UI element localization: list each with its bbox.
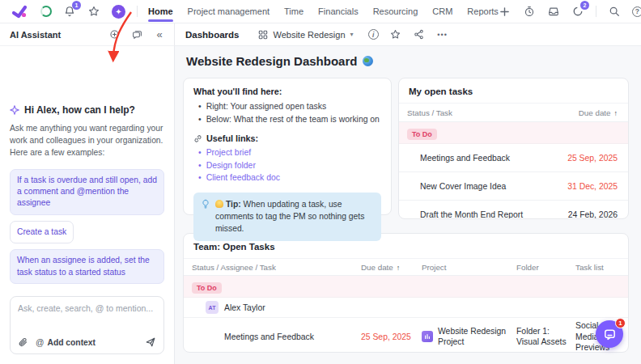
my-open-tasks-card: My open tasks Status / Task Due date↑ To… [398, 78, 629, 219]
info-bullet: Below: What the rest of the team is work… [198, 113, 381, 126]
assistant-panel-title: AI Assistant [10, 30, 61, 40]
assignee-name: Alex Taylor [224, 303, 265, 312]
col-project[interactable]: Project [422, 263, 516, 272]
col-due-date[interactable]: Due date↑ [361, 263, 422, 272]
sort-ascending-icon: ↑ [614, 109, 618, 117]
useful-link-item: Client feedback doc [198, 171, 381, 184]
help-icon[interactable]: ? [632, 6, 641, 17]
favorites-star-icon[interactable] [87, 5, 100, 18]
nav-tab-project-management[interactable]: Project management [188, 1, 270, 23]
due-date: 24 Feb, 2026 [543, 210, 618, 219]
task-row[interactable]: Meetings and Feedback 25 Sep, 2025 Websi… [184, 318, 628, 353]
task-name[interactable]: New Cover Image Idea [420, 182, 543, 191]
todo-status-badge: To Do [192, 282, 222, 294]
agents-icon[interactable]: 2 [571, 5, 584, 18]
assistant-intro: Ask me anything you want regarding your … [10, 123, 164, 159]
col-status-task[interactable]: Status / Task [407, 108, 543, 117]
nav-tab-crm[interactable]: CRM [432, 1, 452, 23]
suggestion-chip[interactable]: When an assignee is added, set the task … [10, 249, 164, 284]
more-options-icon[interactable]: ••• [436, 28, 449, 41]
assistant-panel-header: AI Assistant « [0, 23, 175, 46]
status-group-row[interactable]: To Do [184, 276, 628, 298]
lightbulb-icon [201, 199, 210, 235]
chevron-down-icon: ▾ [350, 31, 354, 38]
dashboard-header: Dashboards Website Redesign ▾ i ••• [175, 23, 641, 46]
inbox-tray-icon[interactable] [547, 5, 560, 18]
dashboard-selector[interactable]: Website Redesign ▾ [258, 30, 353, 40]
folder-name: Folder 1: Visual Assets [516, 326, 575, 348]
breadcrumb[interactable]: Dashboards [185, 30, 239, 40]
info-heading: What you'll find here: [193, 87, 381, 96]
my-open-tasks-title: My open tasks [399, 78, 628, 103]
task-name[interactable]: Meetings and Feedback [184, 332, 361, 341]
search-icon[interactable] [608, 5, 621, 18]
topbar-divider [137, 6, 138, 17]
favorite-dashboard-star-icon[interactable] [389, 28, 402, 41]
quick-add-plus-icon[interactable] [499, 5, 512, 18]
task-row[interactable]: Meetings and Feedback 25 Sep, 2025 [399, 144, 628, 172]
task-row[interactable]: New Cover Image Idea 31 Dec, 2025 [399, 172, 628, 201]
nav-tab-time[interactable]: Time [284, 1, 304, 23]
assistant-greeting: Hi Alex, how can I help? [10, 104, 164, 116]
add-context-button[interactable]: @ Add context [36, 338, 96, 347]
task-name[interactable]: Meetings and Feedback [420, 154, 543, 163]
globe-emoji-icon [363, 56, 373, 66]
project-name: Website Redesign Project [438, 326, 516, 348]
link-design-folder[interactable]: Design folder [206, 159, 256, 172]
share-icon[interactable] [413, 28, 426, 41]
ai-assistant-toggle-button[interactable]: ✦ [112, 5, 125, 19]
chat-history-icon[interactable] [130, 28, 143, 41]
status-group-row[interactable]: To Do [399, 122, 628, 144]
link-icon [193, 134, 202, 143]
attach-paperclip-icon[interactable] [18, 337, 28, 348]
tip-label: Tip: [226, 200, 241, 209]
send-icon[interactable] [145, 336, 156, 348]
assistant-input-box: @ Add context [10, 296, 164, 354]
collapse-panel-icon[interactable]: « [153, 28, 166, 41]
dashboard-main: Website Redesign Dashboard What you'll f… [175, 46, 641, 364]
task-name[interactable]: Draft the Month End Report [420, 210, 543, 219]
new-chat-icon[interactable] [108, 28, 121, 41]
greeting-text: Hi Alex, how can I help? [24, 104, 135, 116]
col-due-date[interactable]: Due date↑ [543, 108, 618, 117]
dashboard-grid-icon [258, 30, 268, 40]
link-client-feedback-doc[interactable]: Client feedback doc [206, 171, 280, 184]
assignee-avatar: AT [206, 301, 219, 314]
assistant-input[interactable] [18, 303, 156, 326]
nav-tab-reports[interactable]: Reports [467, 1, 499, 23]
time-tracker-icon[interactable] [523, 5, 536, 18]
clickup-logo-icon[interactable] [11, 4, 29, 19]
top-bar: 1 ✦ Home Project management Time Financi… [0, 0, 641, 23]
my-tasks-header-row: Status / Task Due date↑ [399, 103, 628, 122]
nav-tab-home[interactable]: Home [148, 1, 173, 23]
lightbulb-emoji-icon [215, 200, 223, 208]
task-row[interactable]: Draft the Month End Report 24 Feb, 2026 [399, 201, 628, 219]
nav-tab-resourcing[interactable]: Resourcing [373, 1, 418, 23]
team-open-tasks-card: Team: Open Tasks Status / Assignee / Tas… [183, 233, 629, 353]
tip-callout: Tip: When updating a task, use comments … [193, 193, 381, 241]
col-status-assignee-task[interactable]: Status / Assignee / Task [184, 263, 361, 272]
agents-badge: 2 [580, 1, 589, 10]
project-cell[interactable]: Website Redesign Project [422, 326, 516, 348]
info-card: What you'll find here: Right: Your assig… [183, 78, 392, 215]
due-date: 25 Sep, 2025 [543, 154, 618, 163]
useful-link-item: Design folder [198, 159, 381, 172]
chat-widget-button[interactable]: 1 [596, 320, 623, 348]
ai-assistant-panel: Hi Alex, how can I help? Ask me anything… [0, 46, 175, 364]
suggestion-chip[interactable]: Create a task [10, 221, 74, 243]
notifications-bell-icon[interactable]: 1 [63, 5, 76, 18]
at-icon: @ [36, 338, 44, 347]
info-icon[interactable]: i [368, 29, 379, 40]
dashboard-name: Website Redesign [273, 30, 345, 40]
todo-status-badge: To Do [407, 129, 437, 140]
link-project-brief[interactable]: Project brief [206, 146, 251, 159]
nav-tab-financials[interactable]: Financials [318, 1, 359, 23]
col-folder[interactable]: Folder [516, 263, 575, 272]
links-heading: Useful links: [206, 133, 258, 143]
notifications-badge: 1 [72, 1, 81, 10]
due-date: 25 Sep, 2025 [361, 332, 422, 341]
col-task-list[interactable]: Task list [575, 263, 628, 272]
suggestion-chip[interactable]: If a task is overdue and still open, add… [10, 169, 164, 215]
assignee-group-row[interactable]: AT Alex Taylor [184, 298, 628, 318]
sort-ascending-icon: ↑ [397, 264, 401, 272]
